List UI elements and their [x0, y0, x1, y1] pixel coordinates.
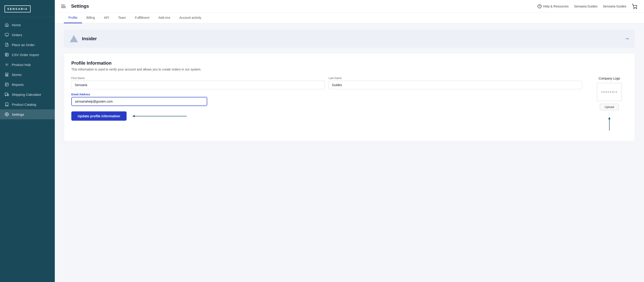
email-row: Email Address — [71, 93, 582, 106]
annotation-arrow-svg — [130, 114, 189, 119]
tab-billing[interactable]: Billing — [82, 13, 100, 23]
first-name-group: First Name — [71, 77, 325, 89]
csv-icon — [4, 52, 9, 57]
last-name-label: Last Name — [328, 77, 582, 80]
sidebar-item-product-hub[interactable]: Product Hub — [0, 60, 55, 70]
first-name-input[interactable] — [71, 81, 325, 89]
insider-banner[interactable]: Insider → — [64, 30, 635, 48]
last-name-group: Last Name — [328, 77, 582, 89]
sidebar-item-home-label: Home — [12, 23, 21, 27]
help-resources-label: Help & Resources — [543, 4, 568, 8]
sidebar-item-product-hub-label: Product Hub — [12, 63, 30, 67]
profile-form: First Name Last Name Email Address — [71, 77, 628, 134]
brand-logo: SENSARIA — [4, 5, 30, 12]
reports-icon — [4, 82, 9, 87]
settings-icon — [4, 112, 9, 117]
svg-point-15 — [5, 95, 6, 96]
home-icon — [4, 23, 9, 27]
sensaria-guides-link-1[interactable]: Sensaria Guides — [574, 4, 598, 8]
svg-point-18 — [634, 8, 634, 9]
svg-rect-5 — [5, 53, 8, 56]
update-profile-button[interactable]: Update profile information — [71, 111, 126, 121]
tab-profile[interactable]: Profile — [64, 13, 82, 23]
svg-rect-11 — [7, 75, 8, 76]
logo-area: SENSARIA — [0, 0, 55, 17]
catalog-icon — [4, 102, 9, 107]
form-left: First Name Last Name Email Address — [71, 77, 582, 121]
sidebar-item-orders-label: Orders — [12, 33, 22, 37]
sidebar-item-csv[interactable]: CSV Order Import — [0, 50, 55, 60]
logo-preview-text: SENSARIA — [601, 91, 618, 93]
svg-marker-20 — [70, 35, 78, 42]
sidebar-item-shipping[interactable]: Shipping Calculator — [0, 90, 55, 99]
orders-icon — [4, 32, 9, 37]
svg-marker-24 — [608, 117, 610, 119]
insider-triangle-icon — [69, 34, 78, 43]
help-circle-icon: ? — [538, 4, 542, 8]
first-name-label: First Name — [71, 77, 325, 80]
profile-card: Profile Information This information is … — [64, 53, 635, 141]
sidebar-item-home[interactable]: Home — [0, 20, 55, 30]
topbar: Settings ? Help & Resources Sensaria Gui… — [55, 0, 644, 13]
tabs-bar: Profile Billing API Team Fulfillment Add… — [55, 13, 644, 23]
help-resources-button[interactable]: ? Help & Resources — [538, 4, 568, 8]
last-name-input[interactable] — [328, 81, 582, 89]
company-logo-label: Company Logo — [599, 77, 620, 80]
upload-button[interactable]: Upload — [600, 104, 619, 110]
insider-label: Insider — [82, 36, 624, 41]
topbar-right-actions: ? Help & Resources Sensaria Guides Sensa… — [538, 4, 638, 9]
logo-preview: SENSARIA — [597, 83, 622, 101]
sidebar-item-catalog-label: Product Catalog — [12, 103, 36, 106]
svg-point-17 — [6, 114, 8, 115]
sidebar-item-reports[interactable]: Reports — [0, 80, 55, 90]
sidebar-item-shipping-label: Shipping Calculator — [12, 93, 41, 97]
sidebar-item-place-order[interactable]: Place an Order — [0, 40, 55, 50]
sidebar-item-catalog[interactable]: Product Catalog — [0, 99, 55, 109]
content-area: Insider → Profile Information This infor… — [55, 23, 644, 282]
insider-arrow-icon: → — [624, 36, 630, 42]
sidebar-item-settings[interactable]: Settings — [0, 109, 55, 119]
stores-icon — [4, 72, 9, 77]
sidebar-item-orders[interactable]: Orders — [0, 30, 55, 40]
sidebar-item-stores-label: Stores — [12, 73, 22, 77]
svg-point-16 — [8, 95, 8, 96]
place-order-icon — [4, 42, 9, 47]
sidebar-item-reports-label: Reports — [12, 83, 24, 87]
shipping-icon — [4, 92, 9, 97]
menu-toggle-button[interactable] — [61, 5, 66, 8]
sidebar-item-settings-label: Settings — [12, 113, 24, 116]
page-title: Settings — [71, 3, 534, 9]
product-hub-icon — [4, 62, 9, 67]
email-label: Email Address — [71, 93, 207, 96]
cart-icon[interactable] — [632, 4, 638, 9]
profile-card-description: This information is used to verify your … — [71, 68, 628, 71]
sidebar: SENSARIA Home Orders Place an Order CSV — [0, 0, 55, 282]
svg-rect-10 — [6, 75, 6, 76]
tab-activity[interactable]: Account activity — [175, 13, 206, 23]
profile-card-title: Profile Information — [71, 61, 628, 66]
annotation-arrow — [130, 114, 189, 119]
svg-marker-22 — [132, 115, 135, 117]
svg-rect-14 — [5, 93, 8, 95]
vertical-arrow-annotation — [607, 115, 612, 134]
form-right-logo: Company Logo SENSARIA Upload — [591, 77, 628, 134]
main-content: Settings ? Help & Resources Sensaria Gui… — [55, 0, 644, 282]
tab-api[interactable]: API — [100, 13, 114, 23]
vertical-arrow-svg — [607, 115, 612, 133]
email-group: Email Address — [71, 93, 207, 106]
svg-rect-0 — [5, 33, 8, 36]
update-row: Update profile information — [71, 111, 582, 121]
sensaria-guides-link-2[interactable]: Sensaria Guides — [603, 4, 626, 8]
name-row: First Name Last Name — [71, 77, 582, 89]
tab-team[interactable]: Team — [114, 13, 130, 23]
svg-point-9 — [6, 64, 8, 65]
sidebar-navigation: Home Orders Place an Order CSV Order Imp… — [0, 17, 55, 282]
sidebar-item-stores[interactable]: Stores — [0, 70, 55, 80]
svg-rect-13 — [5, 83, 8, 86]
email-input[interactable] — [71, 97, 207, 106]
sidebar-item-csv-label: CSV Order Import — [12, 53, 39, 57]
tab-fulfillment[interactable]: Fulfillment — [130, 13, 154, 23]
tab-addons[interactable]: Add-ons — [154, 13, 175, 23]
svg-point-19 — [636, 8, 637, 9]
sidebar-item-place-order-label: Place an Order — [12, 43, 35, 47]
